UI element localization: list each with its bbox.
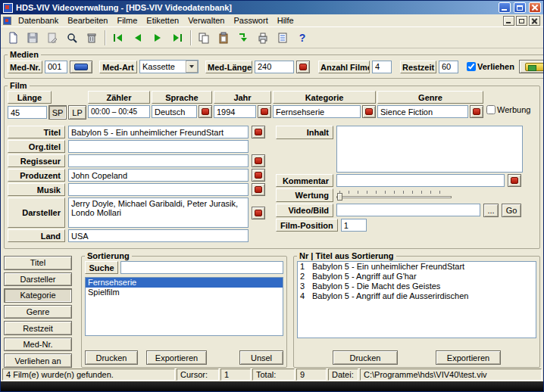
zaehler-input[interactable] <box>88 105 150 118</box>
restzeit-input[interactable] <box>439 61 458 73</box>
titel-input[interactable] <box>68 126 249 138</box>
ergebnis-exportieren-button[interactable]: Exportieren <box>436 350 501 365</box>
sort-by-verliehen-an-button[interactable]: Verliehen an <box>4 353 72 368</box>
menu-filme[interactable]: Filme <box>112 15 142 26</box>
sort-by-kategorie-button[interactable]: Kategorie <box>4 288 72 303</box>
genre-input[interactable] <box>377 105 468 118</box>
import-button[interactable] <box>234 29 252 47</box>
edit-button[interactable] <box>43 29 61 47</box>
laenge-input[interactable] <box>8 106 47 119</box>
dropdown-button[interactable] <box>186 61 198 73</box>
werbung-checkbox[interactable] <box>486 105 496 114</box>
mdi-close-button[interactable] <box>529 16 540 26</box>
menu-passwort[interactable]: Passwort <box>229 15 272 26</box>
jahr-lookup-button[interactable] <box>258 105 271 118</box>
child-window-icon[interactable] <box>3 17 11 25</box>
verliehen-checkbox[interactable] <box>467 62 476 71</box>
go-button[interactable]: Go <box>502 204 521 217</box>
first-record-button[interactable] <box>109 29 127 47</box>
sortierung-listbox[interactable]: Fernsehserie Spielfilm <box>85 277 283 336</box>
kategorie-lookup-button[interactable] <box>362 105 376 118</box>
kommentar-lookup-button[interactable] <box>508 174 521 187</box>
close-button[interactable] <box>529 2 541 13</box>
sortierung-drucken-button[interactable]: Drucken <box>85 350 138 365</box>
genre-lookup-button[interactable] <box>470 105 483 118</box>
paste-button[interactable] <box>214 29 233 47</box>
med-laenge-input[interactable] <box>255 61 294 73</box>
report-icon <box>277 32 289 44</box>
verleih-button[interactable] <box>519 60 543 73</box>
print-button[interactable] <box>254 29 272 47</box>
next-record-button[interactable] <box>149 29 167 47</box>
darsteller-input[interactable]: Jerry Doyle, Michael Garibaldi, Peter Ju… <box>68 198 249 228</box>
help-button[interactable]: ? <box>293 29 311 47</box>
sort-by-titel-button[interactable]: Titel <box>4 256 72 270</box>
org-titel-input[interactable] <box>68 140 249 153</box>
sort-by-darsteller-button[interactable]: Darsteller <box>4 272 72 287</box>
ergebnis-drucken-button[interactable]: Drucken <box>333 350 398 365</box>
med-nr-input[interactable] <box>45 61 67 73</box>
menu-bearbeiten[interactable]: Bearbeiten <box>63 15 112 26</box>
sort-by-med-nr-button[interactable]: Med-Nr. <box>4 338 72 352</box>
genre-label: Genre <box>377 91 483 104</box>
land-input[interactable] <box>68 229 249 242</box>
sp-button[interactable]: SP <box>48 105 67 120</box>
delete-button[interactable] <box>83 29 101 47</box>
regisseur-lookup-button[interactable] <box>252 154 265 167</box>
search-button[interactable] <box>63 29 81 47</box>
new-button[interactable] <box>4 29 22 47</box>
minimize-icon <box>502 9 507 11</box>
med-nr-select-button[interactable] <box>70 61 92 73</box>
med-laenge-lookup-button[interactable] <box>296 61 310 73</box>
maximize-button[interactable] <box>514 2 526 13</box>
help-icon: ? <box>296 32 308 44</box>
sortierung-exportieren-button[interactable]: Exportieren <box>146 350 207 365</box>
wertung-slider[interactable] <box>336 190 452 201</box>
verliehen-checkbox-group: Verliehen <box>467 62 514 71</box>
save-button[interactable] <box>23 29 42 47</box>
prev-record-button[interactable] <box>129 29 147 47</box>
regisseur-input[interactable] <box>68 154 249 167</box>
ergebnis-listbox[interactable]: 1Babylon 5 - Ein unheimlicher FreundStar… <box>297 261 536 338</box>
jahr-input[interactable] <box>214 105 256 118</box>
list-item[interactable]: 2Babylon 5 - Angriff auf G'har <box>298 272 536 282</box>
slider-thumb[interactable] <box>337 193 342 201</box>
produzent-input[interactable] <box>68 169 249 182</box>
list-item[interactable]: Fernsehserie <box>86 278 283 288</box>
mdi-minimize-button[interactable] <box>503 16 514 26</box>
sprache-input[interactable] <box>152 105 197 118</box>
menu-hilfe[interactable]: Hilfe <box>273 15 299 26</box>
sort-by-restzeit-button[interactable]: Restzeit <box>4 321 72 335</box>
kommentar-input[interactable] <box>336 174 505 187</box>
browse-button[interactable]: ... <box>483 204 499 217</box>
copy-button[interactable] <box>195 29 213 47</box>
suche-input[interactable] <box>120 261 283 274</box>
minimize-button[interactable] <box>499 2 511 13</box>
musik-lookup-button[interactable] <box>252 183 265 196</box>
unsel-button[interactable]: Unsel <box>239 350 283 365</box>
musik-input[interactable] <box>68 183 249 196</box>
menu-verwalten[interactable]: Verwalten <box>183 15 229 26</box>
list-item[interactable]: 1Babylon 5 - Ein unheimlicher FreundStar… <box>298 262 536 272</box>
sort-by-genre-button[interactable]: Genre <box>4 305 72 319</box>
anzahl-filme-input[interactable] <box>372 61 392 73</box>
titel-lookup-button[interactable] <box>252 126 265 138</box>
sprache-lookup-button[interactable] <box>199 105 212 118</box>
darsteller-lookup-button[interactable] <box>252 207 265 219</box>
produzent-lookup-button[interactable] <box>252 169 265 182</box>
mdi-restore-button[interactable] <box>516 16 527 26</box>
kategorie-input[interactable] <box>273 105 361 118</box>
lookup-icon <box>255 186 262 193</box>
inhalt-input[interactable] <box>336 126 523 173</box>
menu-datenbank[interactable]: Datenbank <box>14 15 63 26</box>
last-record-button[interactable] <box>168 29 186 47</box>
film-position-input[interactable] <box>341 219 367 232</box>
lp-button[interactable]: LP <box>68 105 86 120</box>
report-button[interactable] <box>274 29 292 47</box>
menu-etiketten[interactable]: Etiketten <box>142 15 183 26</box>
video-bild-input[interactable] <box>336 204 480 216</box>
med-art-select[interactable]: Kassette <box>139 60 199 73</box>
list-item[interactable]: 3Babylon 5 - Die Macht des Geistes <box>298 282 536 291</box>
list-item[interactable]: Spielfilm <box>86 288 283 297</box>
list-item[interactable]: 4Babylon 5 - Angriff auf die Ausserirdis… <box>298 291 536 301</box>
